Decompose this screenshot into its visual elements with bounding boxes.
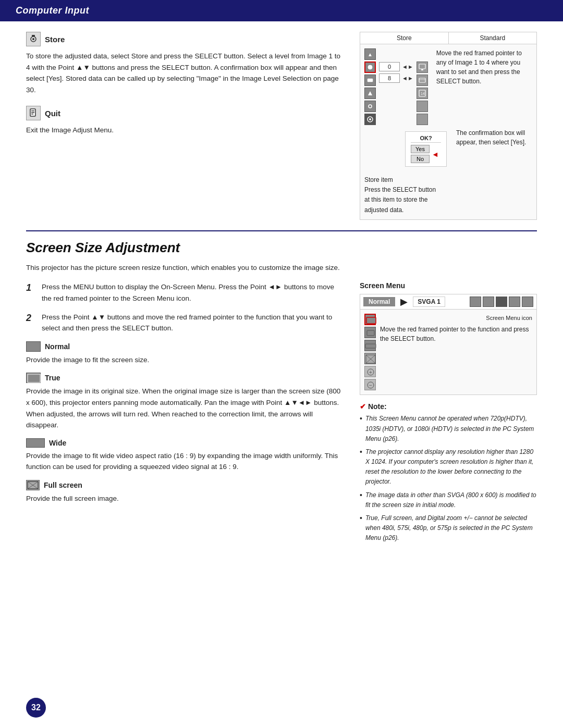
sm-btn-fullscreen	[364, 353, 376, 364]
wide-text: Provide the image to fit wide video aspe…	[26, 450, 344, 473]
ok-label: OK?	[411, 135, 441, 143]
true-text: Provide the image in its original size. …	[26, 386, 344, 430]
wide-heading-text: Wide	[49, 439, 66, 447]
svg-rect-12	[419, 64, 425, 69]
diag-icon-2	[417, 75, 428, 86]
ssa-heading: Screen Size Adjustment	[26, 240, 537, 256]
step-2-text: Press the Point ▲▼ buttons and move the …	[42, 312, 344, 334]
sm-btn-normal	[364, 314, 376, 325]
diagram-caption: Store item Press the SELECT button at th…	[360, 173, 536, 219]
diagram-main-row: ▲	[360, 44, 536, 125]
svg-rect-24	[365, 344, 376, 348]
normal-text: Provide the image to fit the screen size…	[26, 354, 344, 366]
sm-move-text: Move the red framed pointer to the funct…	[380, 325, 532, 343]
svg-point-11	[369, 118, 371, 120]
note-title-text: Note:	[368, 402, 387, 411]
diagram-header: Store Standard	[360, 32, 536, 44]
store-body-text: To store the adjusted data, select Store…	[26, 51, 344, 95]
diag-icon-1	[417, 61, 428, 73]
fullscreen-heading-text: Full screen	[44, 481, 82, 489]
svg-point-1	[32, 38, 34, 40]
ctrl-contrast	[364, 75, 376, 86]
sm-btn-wide	[364, 340, 376, 351]
no-button[interactable]: No	[411, 155, 430, 163]
step-1-text: Press the MENU button to display the On-…	[42, 281, 344, 304]
ok-confirmation-note: The confirmation box will appear, then s…	[456, 128, 532, 147]
wide-heading-row: Wide	[26, 438, 344, 448]
sm-icon-label: Screen Menu icon	[380, 314, 532, 323]
step-1-num: 1	[26, 281, 38, 304]
true-heading-row: True	[26, 373, 344, 383]
diagram-right-icons: 14	[417, 48, 428, 125]
ok-btn-row: Yes No ◄	[411, 145, 441, 163]
true-section: True Provide the image in its original s…	[26, 373, 344, 430]
bullet-dot-1: •	[360, 414, 362, 444]
sm-side-btns: + −	[364, 314, 376, 390]
svg-rect-18	[28, 374, 40, 382]
fullscreen-heading-row: Full screen	[26, 480, 344, 490]
sm-btn-zoom-in: +	[364, 366, 376, 377]
header-title: Computer Input	[16, 5, 89, 16]
note-bullet-4: • True, Full screen, and Digital zoom +/…	[360, 513, 537, 544]
svg-text:14: 14	[421, 92, 425, 95]
ok-buttons: Yes No	[411, 145, 430, 163]
svg-rect-5	[31, 112, 34, 113]
wide-section: Wide Provide the image to fit wide video…	[26, 438, 344, 473]
sm-svga-label: SVGA 1	[413, 297, 445, 307]
normal-heading-text: Normal	[45, 342, 70, 351]
ctrl-color	[364, 88, 376, 99]
sm-move-note: Screen Menu icon Move the red framed poi…	[380, 314, 532, 390]
diagram-col2: Standard	[449, 32, 537, 44]
sm-btn-zoom-out: −	[364, 379, 376, 390]
note-bullets: • This Screen Menu cannot be operated wh…	[360, 414, 537, 543]
svg-rect-13	[421, 69, 423, 70]
input-val-2: 8	[379, 73, 400, 83]
note-text-2: The projector cannot display any resolut…	[365, 447, 537, 487]
step-1: 1 Press the MENU button to display the O…	[26, 281, 344, 304]
normal-section: Normal Provide the image to fit the scre…	[26, 341, 344, 366]
note-bullet-2: • The projector cannot display any resol…	[360, 447, 537, 487]
note-title: ✔ Note:	[360, 402, 537, 411]
diag-icon-3: 14	[417, 88, 428, 99]
store-left-col: Store To store the adjusted data, select…	[26, 32, 344, 220]
svg-text:−: −	[369, 382, 372, 388]
sm-icon-5	[522, 297, 533, 307]
bullet-dot-4: •	[360, 513, 362, 544]
ok-box-wrapper: OK? Yes No ◄	[401, 128, 451, 170]
svg-point-7	[368, 65, 372, 69]
svg-rect-8	[368, 79, 373, 82]
store-diagram-col: Store Standard ▲	[360, 32, 537, 220]
diag-icon-5	[417, 114, 428, 125]
screen-menu-box: Normal ▶ SVGA 1	[360, 294, 537, 395]
diagram-note-right: Move the red framed pointer to any of Im…	[432, 48, 532, 125]
normal-heading-row: Normal	[26, 341, 344, 352]
note-text-4: True, Full screen, and Digital zoom +/− …	[365, 513, 537, 544]
quit-heading-row: Quit	[26, 106, 344, 120]
note-bullet-1: • This Screen Menu cannot be operated wh…	[360, 414, 537, 444]
yes-button[interactable]: Yes	[411, 145, 430, 153]
ctrl-up: ▲	[364, 48, 376, 60]
svg-rect-23	[367, 330, 374, 336]
note-text-1: This Screen Menu cannot be operated when…	[365, 414, 537, 444]
screen-menu-section: Screen Menu Normal ▶ SVGA 1	[360, 281, 537, 395]
normal-icon	[26, 341, 41, 352]
section-divider	[26, 230, 537, 231]
true-heading-text: True	[45, 374, 60, 382]
step-2: 2 Press the Point ▲▼ buttons and move th…	[26, 312, 344, 334]
ctrl-tint	[364, 101, 376, 112]
quit-section: Quit Exit the Image Adjust Menu.	[26, 106, 344, 136]
ssa-layout: 1 Press the MENU button to display the O…	[26, 281, 537, 546]
fullscreen-section: Full screen Provide the full screen imag…	[26, 480, 344, 504]
sm-header-bar: Normal ▶ SVGA 1	[360, 294, 536, 310]
input-arrows-1: ◄►	[402, 64, 413, 70]
sm-icons-row	[470, 297, 533, 307]
ok-box: OK? Yes No ◄	[405, 131, 447, 167]
svg-rect-22	[366, 317, 376, 324]
ok-select-arrow: ◄	[432, 150, 439, 158]
step-2-num: 2	[26, 312, 38, 334]
diagram-ctrl-btns: ▲	[364, 48, 376, 125]
svg-rect-6	[31, 114, 33, 115]
ctrl-store	[364, 114, 376, 125]
ok-section: OK? Yes No ◄ The confirmation box wil	[360, 125, 536, 173]
bullet-dot-3: •	[360, 490, 362, 510]
